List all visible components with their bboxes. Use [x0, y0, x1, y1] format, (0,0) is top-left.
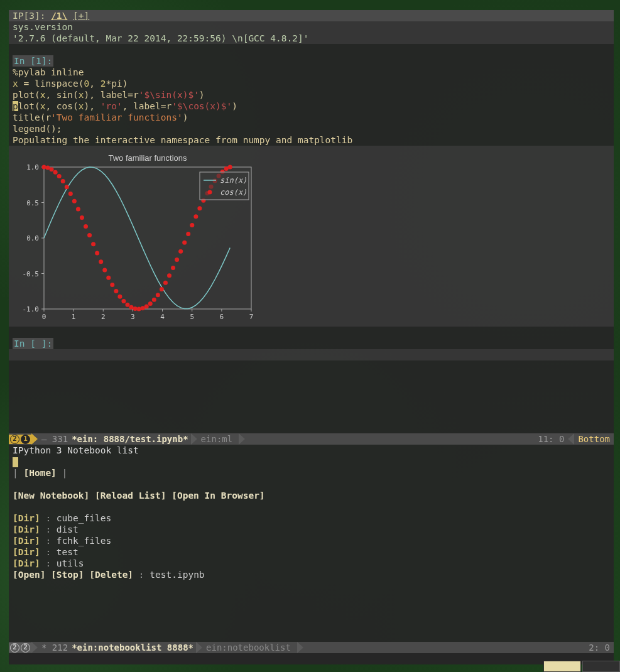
cell-1[interactable]: In [1]: %pylab inline x = linspace(0, 2*… — [9, 55, 614, 134]
svg-point-36 — [72, 199, 77, 203]
chevron-right-icon — [31, 642, 38, 653]
statusbar-bottom: 2 2 * 212 *ein:notebooklist 8888* ein:no… — [9, 642, 614, 653]
statusbar-top: 2 1 – 331 *ein: 8888/test.ipynb* ein:ml … — [9, 433, 614, 445]
taskbar-item[interactable] — [543, 661, 581, 672]
svg-text:4: 4 — [160, 313, 165, 321]
file-row: [Open] [Stop] [Delete] : test.ipynb — [13, 569, 610, 580]
sb-mode: ein:ml — [197, 433, 237, 445]
sb-cursor-pos: 2: 0 — [585, 642, 614, 653]
open-in-browser-button[interactable]: [Open In Browser] — [171, 490, 264, 501]
sb-mode: ein:notebooklist — [202, 642, 295, 653]
taskbar-item[interactable] — [582, 661, 620, 672]
chevron-left-icon — [568, 433, 574, 445]
notebook-pane[interactable]: IP[3]: /1\ [+] sys.version '2.7.6 (defau… — [9, 10, 614, 433]
dir-name[interactable]: cube_files — [57, 513, 111, 523]
svg-point-58 — [156, 293, 160, 297]
delete-button[interactable]: [Delete] — [89, 570, 133, 580]
svg-point-47 — [114, 289, 118, 293]
svg-point-67 — [190, 223, 194, 227]
svg-point-52 — [133, 306, 138, 311]
header-line: IP[3]: /1\ [+] — [9, 10, 614, 21]
sb-cursor-pos: 11: 0 — [534, 433, 568, 445]
dir-button[interactable]: [Dir] — [13, 524, 40, 534]
kernel-slash[interactable]: /1\ — [51, 11, 67, 21]
svg-text:cos(x): cos(x) — [220, 188, 247, 197]
dir-button[interactable]: [Dir] — [13, 513, 40, 523]
chevron-right-icon — [31, 433, 38, 445]
svg-point-64 — [178, 249, 183, 254]
sb-scroll-indicator: Bottom — [574, 433, 614, 445]
svg-text:6: 6 — [220, 313, 224, 321]
dir-name[interactable]: dist — [57, 524, 79, 534]
empty-cell-body[interactable] — [9, 349, 614, 360]
in-prompt: In [1]: — [13, 55, 53, 67]
badge-circle-icon: 2 — [21, 643, 30, 653]
svg-point-39 — [84, 224, 88, 229]
notebooklist-pane[interactable]: IPython 3 Notebook list | [Home] | [New … — [9, 445, 614, 642]
separator: | — [62, 468, 68, 478]
svg-point-54 — [141, 306, 145, 310]
taskbar — [543, 661, 620, 672]
svg-point-45 — [106, 276, 111, 280]
svg-point-56 — [148, 301, 153, 306]
code-line[interactable]: legend(); — [9, 123, 614, 134]
svg-point-33 — [61, 179, 65, 183]
svg-text:7: 7 — [249, 313, 254, 321]
home-button[interactable]: [Home] — [23, 468, 56, 478]
new-notebook-button[interactable]: [New Notebook] — [13, 490, 89, 501]
dir-row: [Dir] : cube_files — [13, 512, 610, 524]
svg-text:2: 2 — [101, 313, 106, 321]
stdout-message: Populating the interactive namespace fro… — [9, 134, 614, 146]
minibuffer[interactable] — [9, 653, 614, 664]
badge-circle-icon: 2 — [10, 435, 19, 444]
svg-point-42 — [95, 251, 99, 255]
open-button[interactable]: [Open] — [13, 570, 45, 580]
code-line[interactable]: plot(x, cos(x), 'ro', label=r'$\cos(x)$'… — [9, 100, 614, 112]
sb-linenum: – 331 — [38, 433, 72, 445]
svg-point-49 — [121, 299, 126, 303]
in-prompt-empty[interactable]: In [ ]: — [13, 338, 53, 349]
svg-point-48 — [117, 295, 122, 299]
svg-point-37 — [76, 207, 80, 212]
dir-button[interactable]: [Dir] — [13, 558, 40, 568]
svg-point-50 — [125, 303, 129, 307]
window-badges: 2 2 — [9, 643, 31, 653]
svg-point-76 — [224, 166, 229, 171]
file-name[interactable]: test.ipynb — [150, 570, 204, 580]
code-line[interactable]: plot(x, sin(x), label=r'$\sin(x)$') — [9, 89, 614, 100]
dir-name[interactable]: test — [57, 547, 79, 557]
dir-name[interactable]: fchk_files — [57, 536, 111, 546]
plot-svg: Two familiar functions01234567-1.0-0.50.… — [13, 152, 258, 323]
separator: | — [13, 468, 18, 478]
svg-text:5: 5 — [190, 313, 194, 321]
cursor-icon — [13, 457, 18, 467]
svg-point-41 — [91, 242, 95, 246]
dir-button[interactable]: [Dir] — [13, 536, 40, 546]
svg-point-63 — [175, 257, 179, 262]
dir-name[interactable]: utils — [57, 558, 84, 568]
svg-text:-0.5: -0.5 — [23, 270, 40, 278]
nb-list-title: IPython 3 Notebook list — [13, 445, 610, 456]
svg-point-65 — [182, 241, 187, 245]
svg-text:0: 0 — [42, 313, 46, 321]
svg-point-30 — [50, 167, 54, 171]
svg-text:sin(x): sin(x) — [220, 176, 247, 185]
chevron-right-icon — [191, 433, 197, 445]
svg-point-77 — [228, 165, 232, 170]
code-line[interactable]: %pylab inline — [9, 67, 614, 78]
add-cell-icon[interactable]: [+] — [73, 11, 89, 21]
code-line[interactable]: x = linspace(0, 2*pi) — [9, 78, 614, 89]
stop-button[interactable]: [Stop] — [51, 570, 84, 580]
dir-button[interactable]: [Dir] — [13, 547, 40, 557]
svg-point-51 — [129, 305, 134, 310]
svg-point-60 — [163, 281, 168, 285]
svg-point-68 — [193, 214, 198, 219]
dir-row: [Dir] : fchk_files — [13, 535, 610, 546]
svg-point-38 — [80, 215, 84, 220]
svg-point-62 — [171, 266, 175, 270]
reload-list-button[interactable]: [Reload List] — [95, 490, 166, 501]
svg-point-61 — [167, 273, 171, 278]
svg-text:1: 1 — [72, 313, 76, 321]
code-line[interactable]: title(r'Two familiar functions') — [9, 112, 614, 123]
badge-circle-icon: 1 — [21, 435, 30, 444]
